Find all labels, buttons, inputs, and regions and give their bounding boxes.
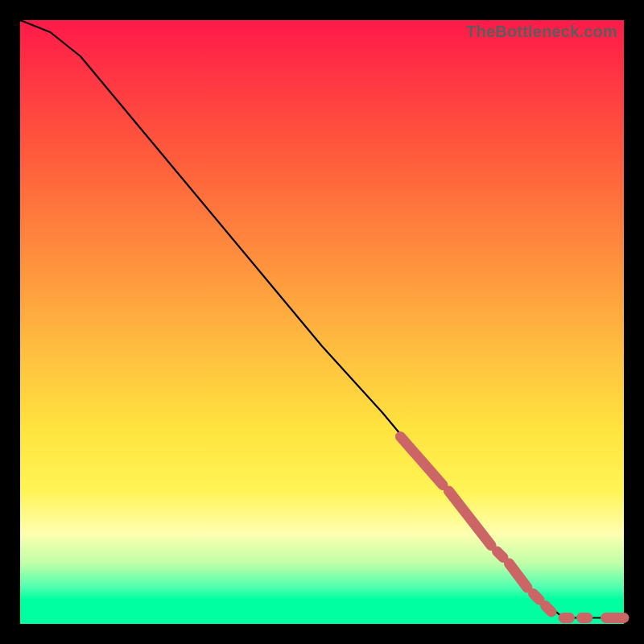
data-marker [510,564,528,588]
bottleneck-curve [20,20,624,618]
data-marker-layer [401,437,625,618]
data-marker [401,437,444,485]
data-marker [546,606,552,613]
chart-frame: TheBottleneck.com [20,20,624,624]
data-marker [449,491,492,546]
data-marker [497,551,504,558]
chart-svg [20,20,624,624]
data-marker [534,594,540,601]
